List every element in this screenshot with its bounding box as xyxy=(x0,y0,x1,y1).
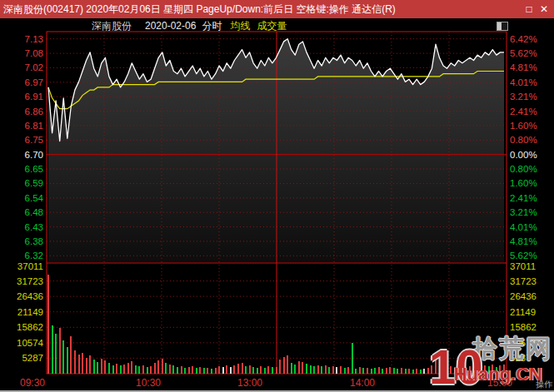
volume-bar xyxy=(465,367,467,374)
volume-bar xyxy=(447,367,448,374)
pct-axis-label: 4.01% xyxy=(510,77,537,87)
volume-bar xyxy=(313,366,315,374)
volume-bar xyxy=(367,368,368,374)
volume-bar xyxy=(302,362,303,374)
volume-bar xyxy=(131,361,132,374)
volume-bar xyxy=(393,368,395,374)
pct-axis-label: 1.60% xyxy=(510,178,537,188)
volume-axis-label: 37011 xyxy=(510,261,536,271)
price-axis-label: 7.08 xyxy=(25,48,43,58)
price-axis-label: 6.81 xyxy=(25,121,43,131)
volume-bar xyxy=(291,363,292,374)
volume-bar xyxy=(62,340,64,374)
volume-bar xyxy=(503,365,505,374)
pct-axis-label: 0.80% xyxy=(510,164,537,174)
volume-bar xyxy=(55,334,57,375)
volume-bar xyxy=(101,359,102,374)
volume-bar xyxy=(473,367,475,374)
volume-bar xyxy=(412,370,414,374)
volume-axis-label: 5287 xyxy=(510,353,532,363)
time-axis: 09:3010:3013:0014:0015:00 xyxy=(20,377,512,389)
volume-bar xyxy=(207,368,208,374)
pct-axis-label: 3.21% xyxy=(510,207,537,217)
volume-bar xyxy=(484,365,486,374)
volume-axis-label: 26436 xyxy=(510,291,537,301)
volume-axis-label: 15862 xyxy=(510,322,537,332)
volume-bar xyxy=(321,366,322,374)
volume-bar xyxy=(317,365,319,375)
volume-bar xyxy=(408,369,410,374)
volume-bar xyxy=(397,369,398,374)
time-axis-label: 10:30 xyxy=(136,377,161,389)
pct-axis-label: 0.80% xyxy=(510,135,537,145)
volume-axis-label: 26436 xyxy=(17,291,43,301)
volume-bar xyxy=(93,360,95,374)
minute-chart[interactable]: 7.137.087.026.976.916.866.816.756.706.65… xyxy=(0,0,554,392)
volume-bar xyxy=(499,365,501,374)
volume-bar xyxy=(222,367,224,374)
volume-bar xyxy=(492,365,493,374)
pct-axis-label: 5.62% xyxy=(510,251,537,261)
time-axis-label: 15:00 xyxy=(487,377,512,389)
price-axis-label: 6.48 xyxy=(25,207,43,217)
time-axis-label: 13:00 xyxy=(237,377,262,389)
volume-bar xyxy=(89,355,91,374)
price-axis-label: 6.75 xyxy=(25,135,43,145)
volume-bar xyxy=(215,368,217,374)
price-axis-label: 6.59 xyxy=(25,178,43,188)
pct-axis-label: 3.21% xyxy=(510,92,537,102)
volume-axis-label: 31723 xyxy=(510,276,537,286)
volume-bar xyxy=(78,355,80,374)
volume-bar xyxy=(401,368,402,374)
volume-bar xyxy=(272,367,273,374)
price-axis-label: 6.70 xyxy=(25,150,43,160)
volume-bar xyxy=(218,366,220,374)
volume-bar xyxy=(306,364,307,374)
pct-axis-label: 4.01% xyxy=(510,222,537,232)
volume-bar xyxy=(298,361,300,375)
volume-bar xyxy=(420,370,422,374)
volume-bar xyxy=(233,365,235,375)
price-axis-label: 6.43 xyxy=(25,222,43,232)
volume-bar xyxy=(154,363,156,374)
volume-bar xyxy=(226,365,227,374)
volume-bar xyxy=(325,365,327,374)
volume-bar xyxy=(488,366,490,374)
volume-bar xyxy=(264,368,266,374)
time-axis-label: 09:30 xyxy=(20,377,45,389)
volume-bar xyxy=(477,366,478,374)
volume-bar xyxy=(336,367,337,374)
pct-axis-label: 2.41% xyxy=(510,107,537,117)
volume-bar xyxy=(138,366,140,374)
volume-bar xyxy=(328,367,330,374)
volume-bar xyxy=(67,347,68,374)
pct-axis-label: 0.00% xyxy=(510,150,537,160)
volume-bar xyxy=(374,368,376,374)
volume-bar xyxy=(123,365,125,374)
volume-bar xyxy=(135,365,137,375)
volume-bar xyxy=(245,366,247,374)
pct-axis-label: 5.62% xyxy=(510,48,537,58)
volume-bar xyxy=(355,369,357,374)
volume-bar xyxy=(184,368,186,374)
volume-bar xyxy=(276,367,277,374)
volume-bar xyxy=(52,325,53,374)
volume-bar xyxy=(165,363,167,374)
price-axis-left: 7.137.087.026.976.916.866.816.756.706.65… xyxy=(25,34,44,261)
volume-bar xyxy=(427,368,429,374)
volume-bar xyxy=(120,365,122,374)
volume-bar xyxy=(59,328,61,375)
volume-bar xyxy=(332,366,334,374)
volume-axis-label: 31723 xyxy=(17,276,43,286)
pct-axis-right: 6.42%5.62%4.81%4.01%3.21%2.41%1.60%0.80%… xyxy=(510,34,537,261)
volume-bar xyxy=(347,367,349,374)
price-axis-label: 6.38 xyxy=(25,236,43,246)
volume-bar xyxy=(260,366,262,374)
volume-bar xyxy=(157,360,159,374)
volume-axis-label: 10574 xyxy=(510,338,537,348)
price-axis-label: 6.91 xyxy=(25,92,43,102)
volume-bar xyxy=(454,367,456,374)
tdx-minute-chart-window: 深南股份(002417) 2020年02月06日 星期四 PageUp/Down… xyxy=(0,0,554,392)
price-axis-label: 7.13 xyxy=(25,34,43,44)
volume-bar xyxy=(162,359,163,374)
